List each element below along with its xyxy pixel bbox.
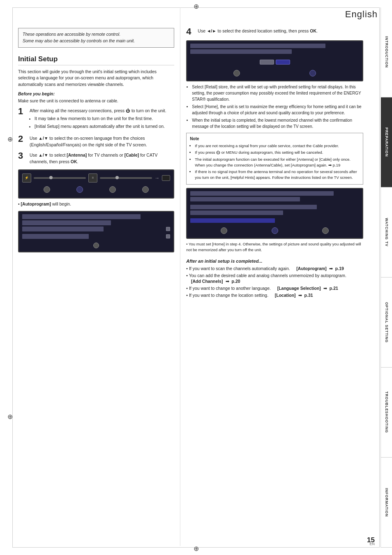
after-arrow-2: ➡	[226, 279, 229, 284]
main-content: These operations are accessible by remot…	[15, 7, 367, 546]
after-bullet-3: • If you want to change to another langu…	[186, 286, 271, 291]
step-4-content: Use ◄/► to select the desired location s…	[198, 28, 363, 35]
notice-line1: These operations are accessible by remot…	[23, 32, 120, 37]
compass-left-top-icon: ⊕	[7, 135, 13, 143]
after-heading: After an initial setup is completed...	[186, 259, 363, 264]
tv-icon	[162, 175, 170, 181]
antenna-slider	[34, 177, 86, 179]
home-btn	[276, 60, 290, 65]
loc-screen-buttons	[190, 68, 359, 78]
auto-center-button-area	[22, 241, 170, 249]
antenna-icon: ⚡	[22, 173, 31, 183]
step-1-number: 1	[18, 107, 27, 116]
auto-bar-1	[22, 214, 141, 219]
sidebar-tab-optional-setting[interactable]: OPTIONAL SETTING	[381, 278, 392, 368]
helpful-hints-screen-mockup	[186, 188, 363, 239]
after-label-3: [Language Selection]	[272, 286, 321, 291]
auto-bar-3	[22, 227, 104, 231]
location-bullet-1: Select [Retail] store, the unit will be …	[192, 84, 363, 102]
note-box: Note If you are not receiving a signal f…	[186, 133, 363, 185]
before-text: Make sure the unit is connected to anten…	[18, 98, 174, 104]
note-2: If you press ⏻ or MENU during autoprogra…	[195, 150, 360, 155]
hint-btn-3	[322, 227, 329, 234]
after-page-2: p.20	[232, 279, 240, 284]
step-2-number: 2	[18, 134, 27, 143]
notice-box: These operations are accessible by remot…	[18, 28, 174, 48]
step-4: 4 Use ◄/► to select the desired location…	[186, 28, 363, 36]
step-1: 1 After making all the necessary connect…	[18, 108, 174, 131]
after-label-4: [Location]	[270, 293, 295, 298]
note-1: If you are not receiving a signal from y…	[195, 143, 360, 149]
sidebar-tab-troubleshooting[interactable]: TROUBLESHOOTING	[381, 368, 392, 458]
autoprogram-screen-mockup	[18, 211, 174, 252]
after-item-4: • If you want to change the location set…	[186, 293, 363, 298]
retail-btn	[260, 60, 274, 65]
step-2: 2 Use ▲/▼ to select the on-screen langua…	[18, 135, 174, 148]
after-setup-section: After an initial setup is completed... •…	[186, 259, 363, 298]
before-heading: Before you begin:	[18, 91, 174, 96]
hint-bar-5	[190, 218, 274, 223]
note-3: The initial autoprogram function can be …	[195, 157, 360, 169]
btn-1	[44, 186, 50, 193]
after-arrow-4: ➡	[298, 293, 302, 298]
sidebar-tab-information[interactable]: INFORMATION	[381, 458, 392, 548]
cable-slider	[100, 177, 152, 179]
auto-scr-btn	[93, 243, 99, 248]
hint-screen-buttons	[190, 226, 359, 236]
step-4-number: 4	[186, 27, 195, 36]
hint-bar-3	[190, 205, 317, 209]
section-title: Initial Setup	[18, 55, 174, 65]
after-item-3: • If you want to change to another langu…	[186, 286, 363, 291]
step-1-bullet-1: It may take a few moments to turn on the…	[35, 116, 174, 122]
sidebar-tab-watching-tv[interactable]: WATCHING TV	[381, 187, 392, 278]
hint-btn-1	[221, 227, 227, 234]
loc-btn-2	[309, 70, 316, 76]
auto-bar-4	[22, 234, 89, 239]
after-bullet-4: • If you want to change the location set…	[186, 293, 268, 298]
page-border-right	[379, 7, 380, 548]
after-bullet-1: • If you want to scan the channels autom…	[186, 266, 290, 271]
location-bullet-3: When the initial setup is completed, the…	[192, 117, 363, 130]
step-3-content: Use ▲/▼ to select [Antenna] for TV chann…	[30, 152, 174, 165]
after-page-3: p.21	[330, 286, 338, 291]
arrow-icon: →	[154, 175, 159, 181]
chapter-sidebar: INTRODUCTION PREPARATION WATCHING TV OPT…	[380, 7, 392, 548]
step-2-content: Use ▲/▼ to select the on-screen language…	[30, 135, 174, 148]
home-note: • You must set [Home] in step 4. Otherwi…	[186, 241, 363, 253]
after-arrow-3: ➡	[323, 286, 327, 291]
step-1-bullet-2: [Initial Setup] menu appears automatical…	[35, 123, 174, 130]
step-3-number: 3	[18, 151, 27, 160]
after-label-2: [Add Channels]	[186, 279, 223, 284]
auto-row-2	[22, 234, 170, 239]
page-lang-code: EN	[369, 542, 375, 546]
compass-left-bottom-icon: ⊕	[7, 412, 13, 420]
channel-row-1: ⚡ ≡ →	[22, 173, 170, 183]
btn-2	[76, 186, 83, 193]
auto-row-1	[22, 227, 170, 231]
auto-check-2	[166, 234, 170, 238]
hint-bar-2	[190, 197, 300, 201]
after-arrow-1: ➡	[329, 266, 333, 271]
sidebar-tab-preparation[interactable]: PREPARATION	[381, 97, 392, 187]
after-page-1: p.19	[335, 266, 344, 271]
step-3: 3 Use ▲/▼ to select [Antenna] for TV cha…	[18, 152, 174, 165]
hint-bar-1	[190, 191, 334, 196]
channel-screen-mockup: ⚡ ≡ →	[18, 169, 174, 199]
location-bullet-2: Select [Home], the unit is set to maximi…	[192, 104, 363, 116]
step-1-content: After making all the necessary connectio…	[30, 108, 174, 131]
auto-bar-2	[22, 220, 111, 225]
loc-bar-1	[190, 44, 325, 48]
notice-line2: Some may also be accessible by controls …	[23, 38, 135, 43]
location-screen-top-mockup	[186, 40, 363, 81]
channel-screen-buttons	[22, 185, 170, 194]
sidebar-tab-introduction[interactable]: INTRODUCTION	[381, 7, 392, 97]
location-bullets: Select [Retail] store, the unit will be …	[186, 84, 363, 130]
after-bullet-2: • You can add the desired cable and anal…	[186, 273, 346, 278]
btn-3	[109, 186, 116, 193]
loc-bar-2	[190, 49, 291, 54]
btn-4	[142, 186, 149, 193]
right-column: 4 Use ◄/► to select the desired location…	[180, 7, 367, 546]
hint-btn-2	[272, 227, 278, 234]
autoprogram-bullet: • [Autoprogram] will begin.	[18, 201, 174, 208]
hint-bar-4	[190, 210, 283, 215]
